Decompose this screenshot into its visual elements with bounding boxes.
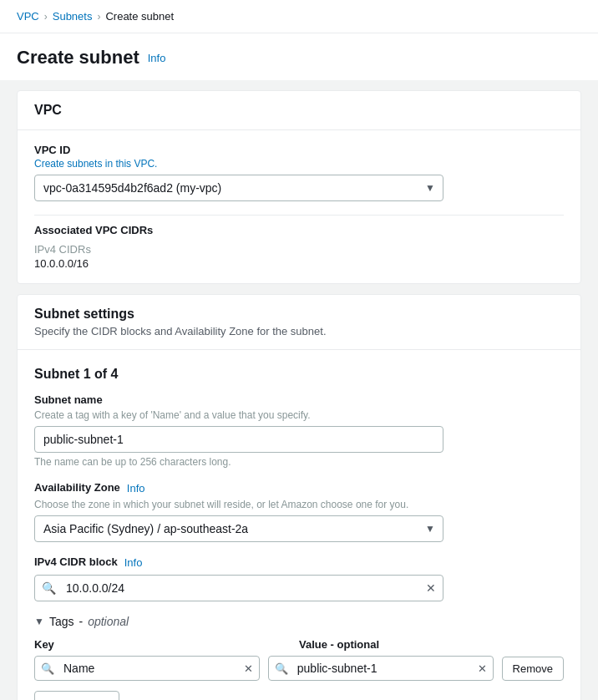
breadcrumb-sep-1: › — [44, 11, 48, 23]
tag-key-wrapper: 🔍 ✕ — [34, 656, 260, 681]
az-label: Availability Zone — [34, 481, 120, 494]
associated-cidrs-label: Associated VPC CIDRs — [34, 224, 564, 236]
breadcrumb-subnets-link[interactable]: Subnets — [53, 10, 93, 23]
breadcrumb: VPC › Subnets › Create subnet — [0, 0, 598, 33]
vpc-section: VPC VPC ID Create subnets in this VPC. v… — [17, 90, 581, 284]
tags-toggle[interactable]: ▼ Tags - optional — [34, 615, 564, 628]
tags-label: Tags — [49, 615, 74, 628]
ipv4-cidr-search-icon: 🔍 — [35, 581, 63, 595]
vpc-divider — [34, 215, 564, 216]
tags-optional-label: optional — [88, 615, 129, 628]
tag-value-input[interactable] — [294, 657, 472, 680]
add-new-tag-button[interactable]: Add new tag — [34, 691, 119, 700]
ipv4-cidr-label: IPv4 CIDR block — [34, 555, 118, 568]
ipv4-cidr-value: 10.0.0.0/16 — [34, 257, 564, 270]
remove-tag-button[interactable]: Remove — [502, 657, 564, 681]
tag-key-clear-icon[interactable]: ✕ — [238, 662, 259, 675]
page-title: Create subnet — [17, 47, 139, 68]
subnet-name-field: Subnet name Create a tag with a key of '… — [34, 393, 564, 468]
tag-key-search-icon: 🔍 — [35, 662, 60, 675]
subnet-section-body: Subnet 1 of 4 Subnet name Create a tag w… — [18, 350, 580, 700]
az-label-row: Availability Zone Info — [34, 481, 564, 495]
tags-key-col-label: Key — [34, 638, 291, 651]
tags-toggle-arrow-icon: ▼ — [34, 616, 44, 627]
subnet-settings-header: Subnet settings Specify the CIDR blocks … — [18, 295, 580, 350]
tag-value-clear-icon[interactable]: ✕ — [472, 662, 493, 675]
az-select[interactable]: Asia Pacific (Sydney) / ap-southeast-2a — [34, 515, 443, 542]
subnet-settings-section: Subnet settings Specify the CIDR blocks … — [17, 294, 581, 700]
az-info-link[interactable]: Info — [127, 482, 145, 495]
vpc-id-label: VPC ID — [34, 144, 564, 156]
tag-value-wrapper: 🔍 ✕ — [268, 656, 494, 681]
ipv4-cidr-label-row: IPv4 CIDR block Info — [34, 555, 564, 570]
subnet-number: Subnet 1 of 4 — [34, 363, 564, 382]
vpc-select-wrapper: vpc-0a314595d4b2f6ad2 (my-vpc) ▼ — [34, 175, 443, 201]
vpc-section-body: VPC ID Create subnets in this VPC. vpc-0… — [18, 130, 580, 283]
ipv4-cidr-clear-icon[interactable]: ✕ — [419, 581, 443, 595]
page-info-link[interactable]: Info — [148, 52, 166, 64]
tags-section: ▼ Tags - optional Key Value - optional 🔍… — [34, 615, 564, 700]
vpc-section-title: VPC — [34, 103, 62, 117]
ipv4-cidr-field: IPv4 CIDR block Info 🔍 ✕ — [34, 555, 564, 601]
subnet-name-char-hint: The name can be up to 256 characters lon… — [34, 456, 564, 468]
vpc-section-header: VPC — [18, 91, 580, 130]
ipv4-cidr-input[interactable] — [63, 576, 419, 601]
breadcrumb-current: Create subnet — [105, 10, 174, 23]
tags-table-header: Key Value - optional — [34, 638, 564, 651]
tag-key-input[interactable] — [60, 657, 238, 680]
ipv4-cidr-info-link[interactable]: Info — [124, 556, 143, 569]
az-hint: Choose the zone in which your subnet wil… — [34, 499, 564, 510]
breadcrumb-vpc-link[interactable]: VPC — [17, 10, 39, 23]
vpc-id-field: VPC ID Create subnets in this VPC. vpc-0… — [34, 144, 564, 201]
availability-zone-field: Availability Zone Info Choose the zone i… — [34, 481, 564, 542]
subnet-name-input[interactable] — [34, 426, 443, 453]
tag-value-search-icon: 🔍 — [269, 662, 294, 675]
subnet-name-hint: Create a tag with a key of 'Name' and a … — [34, 409, 564, 421]
page-header: Create subnet Info — [0, 33, 598, 80]
subnet-settings-title: Subnet settings — [34, 307, 564, 322]
ipv4-cidr-input-wrapper: 🔍 ✕ — [34, 575, 443, 601]
tags-value-col-label: Value - optional — [299, 638, 555, 651]
vpc-hint: Create subnets in this VPC. — [34, 158, 564, 170]
subnet-name-label: Subnet name — [34, 393, 564, 406]
vpc-select[interactable]: vpc-0a314595d4b2f6ad2 (my-vpc) — [34, 175, 443, 201]
associated-cidrs: Associated VPC CIDRs IPv4 CIDRs 10.0.0.0… — [34, 224, 564, 270]
breadcrumb-sep-2: › — [97, 11, 100, 23]
ipv4-cidrs-label: IPv4 CIDRs — [34, 243, 564, 256]
subnet-settings-desc: Specify the CIDR blocks and Availability… — [34, 325, 564, 337]
az-select-wrapper: Asia Pacific (Sydney) / ap-southeast-2a … — [34, 515, 443, 542]
tag-row-1: 🔍 ✕ 🔍 ✕ Remove — [34, 656, 564, 681]
